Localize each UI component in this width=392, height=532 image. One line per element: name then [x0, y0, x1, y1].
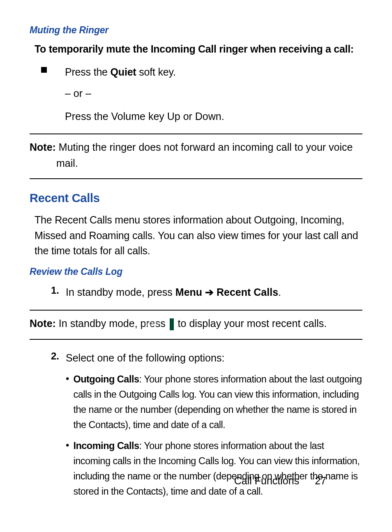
- note-label: Note:: [30, 141, 56, 153]
- step-number: 2.: [41, 350, 59, 362]
- bullet-item: Press the Quiet soft key.: [41, 64, 362, 80]
- send-key-icon: SEND: [170, 318, 174, 330]
- step-body: Select one of the following options:: [66, 350, 224, 366]
- menu-bold: Menu: [175, 286, 202, 298]
- recent-calls-head: Recent Calls: [30, 191, 362, 205]
- review-log-subhead: Review the Calls Log: [30, 266, 362, 277]
- muting-ringer-subhead: Muting the Ringer: [30, 25, 362, 36]
- step-body: In standby mode, press Menu ➔ Recent Cal…: [66, 285, 281, 300]
- incoming-label: Incoming Calls: [73, 440, 139, 451]
- note-send: Note: In standby mode, press SEND to dis…: [30, 316, 362, 332]
- chapter-name: Call Functions: [234, 475, 299, 486]
- bullet-dot-icon: •: [66, 372, 69, 386]
- divider: [30, 178, 362, 179]
- step-number: 1.: [41, 285, 59, 296]
- page-number: 27: [315, 475, 326, 486]
- bullet-line1: Press the Quiet soft key.: [65, 64, 176, 80]
- quiet-bold: Quiet: [111, 66, 136, 78]
- divider: [30, 310, 362, 311]
- option-text: Incoming Calls: Your phone stores inform…: [73, 438, 362, 500]
- outgoing-label: Outgoing Calls: [73, 374, 139, 385]
- note-label: Note:: [30, 318, 56, 329]
- step-2: 2. Select one of the following options:: [41, 350, 362, 366]
- option-outgoing: • Outgoing Calls: Your phone stores info…: [66, 372, 362, 433]
- volume-line: Press the Volume key Up or Down.: [65, 108, 362, 124]
- recent-calls-bold: Recent Calls: [217, 286, 278, 298]
- divider: [30, 339, 362, 340]
- note-text: Muting the ringer does not forward an in…: [56, 141, 353, 169]
- arrow-icon: ➔: [202, 286, 217, 298]
- text: Press the: [65, 66, 111, 78]
- divider: [30, 134, 362, 134]
- muting-lead: To temporarily mute the Incoming Call ri…: [35, 43, 362, 55]
- text: .: [278, 286, 281, 298]
- text: soft key.: [136, 66, 175, 78]
- text: In standby mode, press: [66, 286, 175, 298]
- option-incoming: • Incoming Calls: Your phone stores info…: [66, 438, 362, 500]
- note-mute: Note: Muting the ringer does not forward…: [30, 139, 362, 171]
- bullet-dot-icon: •: [66, 438, 69, 453]
- step-1: 1. In standby mode, press Menu ➔ Recent …: [41, 285, 362, 300]
- option-text: Outgoing Calls: Your phone stores inform…: [73, 372, 362, 433]
- or-line: – or –: [65, 85, 362, 101]
- page-footer: Call Functions27: [234, 475, 326, 487]
- text: to display your most recent calls.: [175, 318, 327, 329]
- square-bullet-icon: [41, 67, 47, 73]
- recent-calls-para: The Recent Calls menu stores information…: [35, 212, 362, 259]
